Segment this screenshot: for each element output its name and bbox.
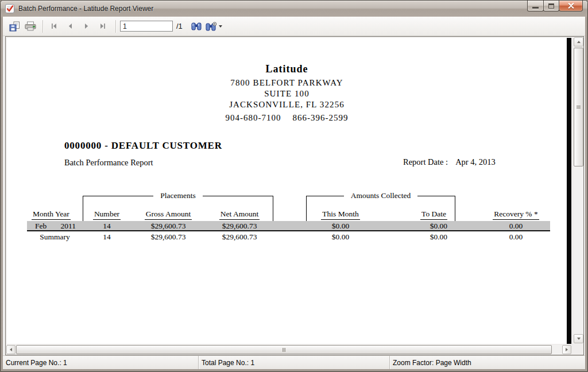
group-label-amounts-collected: Amounts Collected	[351, 191, 411, 200]
report-table: Placements Amounts Collected	[27, 191, 550, 242]
cell-number: 14	[83, 232, 131, 242]
export-icon	[9, 21, 20, 32]
status-bar: Current Page No.: 1 Total Page No.: 1 Zo…	[3, 355, 585, 369]
cell-gross-amount: $29,600.73	[131, 232, 206, 242]
company-address-line2: SUITE 100	[7, 88, 567, 99]
last-page-button[interactable]	[95, 20, 109, 33]
arrow-left-icon	[10, 348, 12, 351]
company-phones: 904-680-7100 866-396-2599	[7, 113, 567, 123]
cell-to-date: $0.00	[375, 232, 455, 242]
zoom-button[interactable]	[204, 20, 224, 33]
minimize-button[interactable]	[527, 1, 544, 11]
customer-heading: 0000000 - DEFAULT CUSTOMER	[64, 140, 222, 152]
printer-icon	[25, 21, 36, 31]
page-count-label: /1	[176, 22, 183, 30]
bracket-line	[455, 196, 455, 221]
bracket-line	[83, 196, 83, 221]
cell-net-amount: $29,600.73	[206, 221, 273, 231]
close-button[interactable]	[559, 1, 583, 11]
thumb-grip	[577, 106, 581, 108]
column-header-month-year: Month Year	[27, 210, 83, 221]
company-name: Latitude	[7, 63, 567, 75]
cell-this-month: $0.00	[306, 221, 375, 231]
scroll-left-button[interactable]	[6, 345, 16, 354]
page-number-input[interactable]	[120, 21, 173, 32]
vertical-scrollbar-thumb[interactable]	[574, 48, 583, 166]
bracket-line	[203, 196, 273, 196]
zoom-dropdown-caret	[219, 25, 222, 28]
title-bar[interactable]: Batch Performance - Latitude Report View…	[1, 1, 587, 17]
app-icon	[5, 3, 15, 14]
cell-to-date: $0.00	[375, 221, 455, 231]
bracket-line	[306, 196, 307, 221]
report-date-label: Report Date :	[403, 157, 448, 167]
first-page-button[interactable]	[47, 20, 61, 33]
bracket-line	[306, 196, 344, 196]
client-area: /1	[3, 17, 585, 369]
cell-recovery: 0.00	[482, 221, 550, 231]
company-phone-1: 904-680-7100	[226, 113, 281, 123]
window-controls	[528, 1, 583, 11]
horizontal-scrollbar-thumb[interactable]	[16, 345, 552, 354]
group-header-placements: Placements	[83, 191, 273, 221]
bracket-line	[417, 196, 455, 196]
report-page: Latitude 7800 BELFORT PARKWAY SUITE 100 …	[7, 38, 567, 344]
page-edge-shadow	[567, 38, 571, 344]
company-address-line1: 7800 BELFORT PARKWAY	[7, 78, 567, 88]
status-current-page: Current Page No.: 1	[3, 356, 199, 369]
toolbar: /1	[3, 17, 585, 36]
report-viewer-panel: Latitude 7800 BELFORT PARKWAY SUITE 100 …	[5, 36, 584, 355]
last-page-icon	[99, 23, 106, 29]
status-total-pages: Total Page No.: 1	[199, 356, 390, 369]
vertical-scrollbar[interactable]	[574, 37, 583, 343]
group-label-placements: Placements	[160, 191, 195, 200]
close-icon	[568, 3, 574, 9]
table-row-summary: Summary 14 $29,600.73 $29,600.73 $0.00 $…	[27, 231, 550, 242]
horizontal-scrollbar[interactable]	[6, 345, 571, 354]
scroll-right-button[interactable]	[562, 345, 571, 354]
bracket-line	[83, 196, 153, 196]
scroll-up-button[interactable]	[574, 37, 583, 46]
report-date: Report Date : Apr 4, 2013	[403, 157, 496, 167]
previous-page-button[interactable]	[63, 20, 77, 33]
cell-month-year: Feb2011	[27, 221, 83, 231]
binoculars-icon	[191, 22, 202, 30]
company-header: Latitude 7800 BELFORT PARKWAY SUITE 100 …	[7, 63, 567, 123]
cell-net-amount: $29,600.73	[206, 232, 273, 242]
maximize-button[interactable]	[543, 1, 559, 11]
arrow-up-icon	[577, 41, 581, 43]
window-title: Batch Performance - Latitude Report View…	[18, 5, 153, 13]
next-page-button[interactable]	[79, 20, 93, 33]
find-button[interactable]	[188, 20, 204, 33]
cell-recovery: 0.00	[482, 232, 550, 242]
next-page-icon	[83, 23, 90, 29]
first-page-icon	[51, 23, 57, 29]
cell-gross-amount: $29,600.73	[131, 221, 206, 231]
table-header: Placements Amounts Collected	[27, 191, 550, 221]
cell-this-month: $0.00	[306, 232, 375, 242]
report-viewer-window: Batch Performance - Latitude Report View…	[0, 0, 588, 372]
arrow-right-icon	[566, 348, 568, 351]
scroll-down-button[interactable]	[574, 334, 583, 343]
report-date-value: Apr 4, 2013	[455, 157, 496, 167]
cell-summary-label: Summary	[27, 232, 83, 242]
bracket-line	[273, 196, 273, 221]
group-header-amounts-collected: Amounts Collected	[306, 191, 455, 221]
company-phone-2: 866-396-2599	[293, 113, 349, 123]
report-name: Batch Performance Report	[64, 158, 153, 168]
toolbar-separator	[42, 20, 43, 33]
previous-page-icon	[67, 23, 74, 29]
cell-number: 14	[83, 221, 131, 231]
print-button[interactable]	[22, 20, 38, 33]
toolbar-separator	[115, 20, 116, 33]
minimize-icon	[532, 7, 539, 9]
arrow-down-icon	[577, 338, 581, 340]
export-button[interactable]	[6, 20, 22, 33]
column-header-recovery: Recovery % *	[482, 210, 550, 221]
company-address-line3: JACKSONVILLE, FL 32256	[7, 99, 567, 110]
maximize-icon	[548, 3, 554, 9]
status-zoom-factor: Zoom Factor: Page Width	[390, 356, 585, 369]
binoculars-zoom-icon	[206, 22, 217, 31]
table-row-feb-2011: Feb2011 14 $29,600.73 $29,600.73 $0.00 $…	[27, 221, 550, 231]
thumb-grip	[283, 348, 285, 352]
